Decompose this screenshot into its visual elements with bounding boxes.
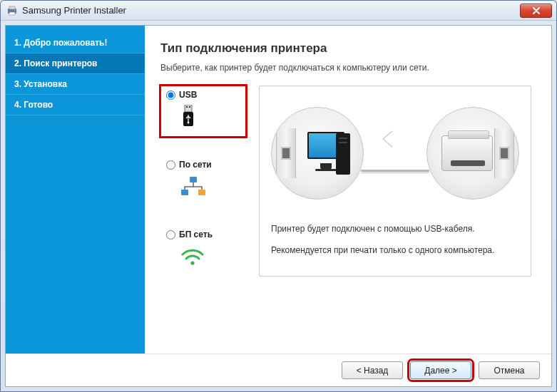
info-line-2: Рекомендуется при печати только с одного…	[271, 243, 519, 259]
close-button[interactable]	[520, 4, 552, 18]
svg-rect-2	[9, 12, 15, 15]
wifi-icon	[180, 244, 205, 269]
svg-rect-11	[198, 190, 205, 195]
content-row: USB	[160, 86, 531, 277]
titlebar: Samsung Printer Installer	[1, 1, 556, 21]
diagram-printer	[426, 107, 519, 200]
step-install[interactable]: 3. Установка	[6, 74, 145, 95]
svg-rect-9	[190, 177, 197, 182]
option-usb[interactable]: USB	[160, 86, 246, 137]
option-network[interactable]: По сети	[160, 155, 246, 207]
step-done[interactable]: 4. Готово	[6, 95, 145, 115]
window-title: Samsung Printer Installer	[22, 5, 520, 16]
network-icon	[180, 174, 206, 200]
printer-app-icon	[6, 5, 18, 16]
svg-rect-1	[9, 6, 15, 9]
svg-point-12	[190, 261, 194, 264]
diagram-cable	[361, 170, 429, 172]
speech-pointer	[382, 130, 392, 148]
step-welcome[interactable]: 1. Добро пожаловать!	[6, 33, 145, 53]
next-button[interactable]: Далее >	[410, 361, 471, 379]
radio-wireless[interactable]	[166, 230, 175, 239]
sidebar: 1. Добро пожаловать! 2. Поиск принтеров …	[6, 26, 145, 354]
page-subtitle: Выберите, как принтер будет подключаться…	[160, 63, 531, 73]
cancel-button[interactable]: Отмена	[479, 361, 540, 379]
back-button[interactable]: < Назад	[342, 361, 403, 379]
footer: < Назад Далее > Отмена	[6, 354, 551, 386]
info-line-1: Принтер будет подключен с помощью USB-ка…	[271, 222, 519, 237]
option-wireless[interactable]: БП сеть	[160, 225, 246, 277]
step-search-printers[interactable]: 2. Поиск принтеров	[6, 53, 145, 74]
info-text: Принтер будет подключен с помощью USB-ка…	[271, 222, 519, 258]
svg-rect-10	[181, 190, 188, 195]
installer-window: Samsung Printer Installer 1. Добро пожал…	[0, 0, 557, 392]
page-heading: Тип подключения принтера	[160, 41, 531, 56]
option-wireless-label: БП сеть	[179, 229, 213, 239]
main-panel: Тип подключения принтера Выберите, как п…	[145, 26, 551, 354]
svg-rect-4	[185, 105, 192, 112]
info-panel: Принтер будет подключен с помощью USB-ка…	[259, 86, 531, 277]
option-network-label: По сети	[179, 160, 212, 170]
usb-connector-icon	[180, 104, 196, 130]
svg-rect-5	[186, 106, 188, 108]
connection-diagram	[271, 96, 519, 210]
svg-point-8	[188, 122, 190, 124]
body: 1. Добро пожаловать! 2. Поиск принтеров …	[6, 26, 551, 354]
option-usb-label: USB	[179, 90, 197, 100]
radio-network[interactable]	[166, 160, 175, 170]
diagram-computer	[271, 107, 364, 200]
connection-options: USB	[160, 86, 246, 277]
radio-usb[interactable]	[166, 91, 175, 100]
svg-point-3	[14, 9, 16, 11]
svg-rect-6	[189, 106, 190, 108]
content-frame: 1. Добро пожаловать! 2. Поиск принтеров …	[5, 25, 552, 387]
